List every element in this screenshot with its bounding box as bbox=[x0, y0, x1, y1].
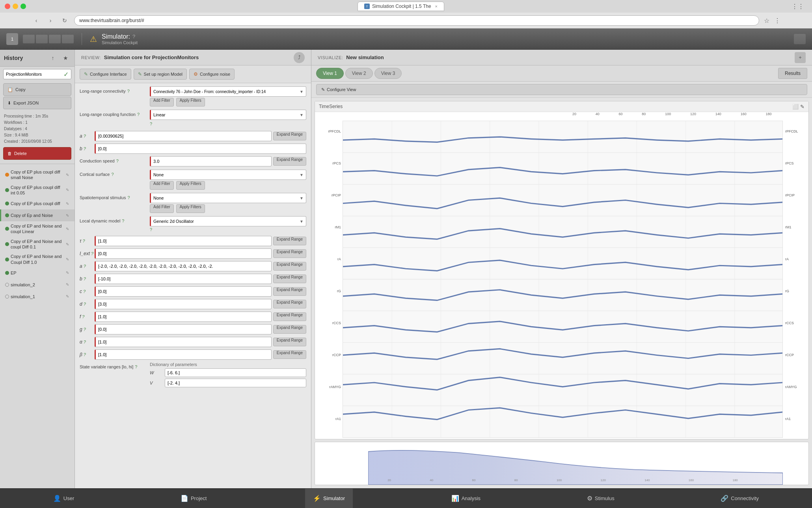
nav-project[interactable]: 📄 Project bbox=[173, 495, 214, 502]
nav-simulator[interactable]: ⚡ Simulator bbox=[305, 489, 353, 508]
coupling-help-2-icon[interactable]: ? bbox=[150, 121, 152, 126]
delete-button[interactable]: 🗑 Delete bbox=[3, 147, 71, 160]
chart-window-icon[interactable]: ⬜ bbox=[792, 104, 799, 110]
cortical-add-filter-btn[interactable]: Add Filter bbox=[150, 181, 174, 190]
model-param-input[interactable]: [1.0] bbox=[95, 312, 272, 322]
model-select[interactable]: Generic 2d Oscillator ▼ bbox=[150, 216, 306, 226]
cortical-help-icon[interactable]: ? bbox=[111, 172, 114, 177]
model-param-help-icon[interactable]: ? bbox=[84, 327, 86, 332]
list-item[interactable]: simulation_1 ✎ bbox=[0, 291, 74, 303]
param-b-help-icon[interactable]: ? bbox=[84, 146, 86, 151]
model-param-input[interactable]: [-10.0] bbox=[95, 274, 272, 284]
model-param-help-icon[interactable]: ? bbox=[84, 276, 86, 281]
model-param-help-icon[interactable]: ? bbox=[84, 340, 86, 344]
zoom-in-button[interactable]: + bbox=[795, 52, 806, 63]
name-confirm-icon[interactable]: ✓ bbox=[63, 71, 69, 78]
nav-analysis[interactable]: 📊 Analysis bbox=[443, 495, 488, 502]
edit-icon[interactable]: ✎ bbox=[63, 240, 71, 248]
reload-button[interactable]: ↻ bbox=[60, 16, 69, 25]
model-param-help-icon[interactable]: ? bbox=[82, 314, 84, 319]
bookmark-icon[interactable]: ☆ bbox=[764, 17, 769, 24]
stimulus-add-filter-btn[interactable]: Add Filter bbox=[150, 204, 174, 213]
grid-btn-2[interactable] bbox=[36, 35, 48, 43]
model-param-input[interactable]: [1.0] bbox=[95, 337, 272, 347]
model-param-help-icon[interactable]: ? bbox=[91, 251, 93, 256]
model-param-help-icon[interactable]: ? bbox=[84, 264, 86, 269]
expand-param-button[interactable]: Expand Range bbox=[273, 338, 306, 346]
list-item[interactable]: Copy of EP plus coupl diff ✎ bbox=[0, 198, 74, 209]
model-param-input[interactable]: [0.0] bbox=[95, 248, 272, 259]
star-icon-btn[interactable]: ★ bbox=[60, 53, 71, 63]
expand-a-button[interactable]: Expand Range bbox=[273, 132, 306, 140]
edit-icon[interactable]: ✎ bbox=[63, 269, 71, 277]
active-tab[interactable]: T Simulation Cockpit | 1.5 The × bbox=[358, 2, 444, 11]
list-item[interactable]: Copy of EP plus coupl diff int 0.05 ✎ bbox=[0, 183, 74, 198]
fullscreen-btn[interactable] bbox=[20, 4, 26, 9]
expand-param-button[interactable]: Expand Range bbox=[273, 325, 306, 334]
edit-icon[interactable]: ✎ bbox=[63, 293, 71, 301]
model-help-icon[interactable]: ? bbox=[122, 219, 124, 223]
edit-icon[interactable]: ✎ bbox=[63, 211, 71, 219]
coupling-help-icon[interactable]: ? bbox=[137, 112, 140, 117]
edit-icon[interactable]: ✎ bbox=[63, 281, 71, 289]
add-filter-btn[interactable]: Add Filter bbox=[150, 98, 174, 106]
header-action-btn[interactable] bbox=[794, 34, 806, 44]
expand-param-button[interactable]: Expand Range bbox=[273, 312, 306, 321]
model-param-input[interactable]: [-2.0, -2.0, -2.0, -2.0, -2.0, -2.0, -2.… bbox=[95, 261, 272, 271]
address-bar[interactable]: www.thevirtualbrain.org/burst/# bbox=[74, 15, 759, 26]
coupling-select[interactable]: Linear ▼ bbox=[150, 110, 306, 120]
configure-interface-button[interactable]: ✎ Configure Interface bbox=[80, 69, 131, 80]
param-a-input[interactable]: [0.00390625] bbox=[95, 131, 272, 141]
apply-filters-btn[interactable]: Apply Filters bbox=[176, 98, 205, 106]
list-item[interactable]: Copy of Ep and Noise ✎ bbox=[0, 209, 74, 221]
minimize-btn[interactable] bbox=[13, 4, 18, 9]
grid-btn-4[interactable] bbox=[62, 35, 74, 43]
model-param-help-icon[interactable]: ? bbox=[83, 239, 85, 243]
list-item[interactable]: Copy of EP and Noise and coupl Diff 0.1 … bbox=[0, 237, 74, 252]
edit-icon[interactable]: ✎ bbox=[63, 225, 71, 233]
model-param-input[interactable]: [3.0] bbox=[95, 299, 272, 309]
expand-param-button[interactable]: Expand Range bbox=[273, 287, 306, 296]
cortical-apply-filters-btn[interactable]: Apply Filters bbox=[176, 181, 205, 190]
state-var-help-icon[interactable]: ? bbox=[135, 364, 137, 369]
results-button[interactable]: Results bbox=[778, 68, 807, 79]
simulation-name-input[interactable]: ProjectionMonitors bbox=[6, 72, 62, 77]
model-param-help-icon[interactable]: ? bbox=[84, 352, 86, 357]
copy-button[interactable]: 📋 Copy bbox=[3, 83, 71, 96]
connectivity-help-icon[interactable]: ? bbox=[127, 89, 130, 93]
list-item[interactable]: EP ✎ bbox=[0, 267, 74, 279]
tab-view-2[interactable]: View 2 bbox=[345, 68, 373, 79]
expand-param-button[interactable]: Expand Range bbox=[273, 249, 306, 258]
export-json-button[interactable]: ⬇ Export JSON bbox=[3, 97, 71, 109]
edit-icon[interactable]: ✎ bbox=[63, 171, 71, 179]
stimulus-select[interactable]: None ▼ bbox=[150, 193, 306, 203]
menu-icon[interactable]: ⋮ bbox=[774, 17, 780, 24]
conduction-help-icon[interactable]: ? bbox=[116, 159, 119, 163]
configure-noise-button[interactable]: ⚙ Configure noise bbox=[189, 69, 235, 80]
param-a-help-icon[interactable]: ? bbox=[84, 134, 86, 138]
edit-icon[interactable]: ✎ bbox=[63, 200, 71, 207]
simulator-question-icon[interactable]: ? bbox=[132, 34, 135, 39]
tab-view-3[interactable]: View 3 bbox=[374, 68, 402, 79]
edit-icon[interactable]: ✎ bbox=[63, 256, 71, 263]
close-btn[interactable] bbox=[5, 4, 10, 9]
model-param-input[interactable]: [0.0] bbox=[95, 324, 272, 334]
expand-param-button[interactable]: Expand Range bbox=[273, 262, 306, 271]
setup-region-model-button[interactable]: ✎ Set up region Model bbox=[134, 69, 187, 80]
connectivity-select[interactable]: Connectivity 76 - John Doe - From: conne… bbox=[150, 86, 306, 97]
tab-close-icon[interactable]: × bbox=[435, 4, 438, 9]
share-button[interactable]: ⤴ bbox=[294, 52, 305, 63]
forward-button[interactable]: › bbox=[46, 16, 55, 25]
expand-param-button[interactable]: Expand Range bbox=[273, 237, 306, 245]
grid-btn-1[interactable] bbox=[23, 35, 35, 43]
list-item[interactable]: Copy of EP and Noise and Coupl Diff 1.0 … bbox=[0, 252, 74, 267]
upload-icon-btn[interactable]: ↑ bbox=[48, 53, 58, 63]
nav-user[interactable]: 👤 User bbox=[45, 495, 82, 502]
back-button[interactable]: ‹ bbox=[32, 16, 41, 25]
chart-edit-icon[interactable]: ✎ bbox=[800, 104, 805, 110]
expand-param-button[interactable]: Expand Range bbox=[273, 300, 306, 308]
param-b-input[interactable]: [0.0] bbox=[95, 144, 306, 154]
expand-param-button[interactable]: Expand Range bbox=[273, 350, 306, 359]
model-param-input[interactable]: [0.0] bbox=[95, 286, 272, 297]
list-item[interactable]: simulation_2 ✎ bbox=[0, 279, 74, 291]
